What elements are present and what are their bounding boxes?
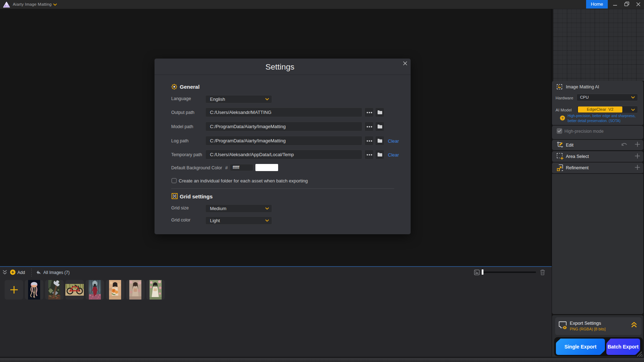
svg-text:?: ? xyxy=(562,116,564,120)
svg-text:Batch Export: Batch Export xyxy=(607,344,638,350)
svg-text:Single Export: Single Export xyxy=(564,344,597,350)
